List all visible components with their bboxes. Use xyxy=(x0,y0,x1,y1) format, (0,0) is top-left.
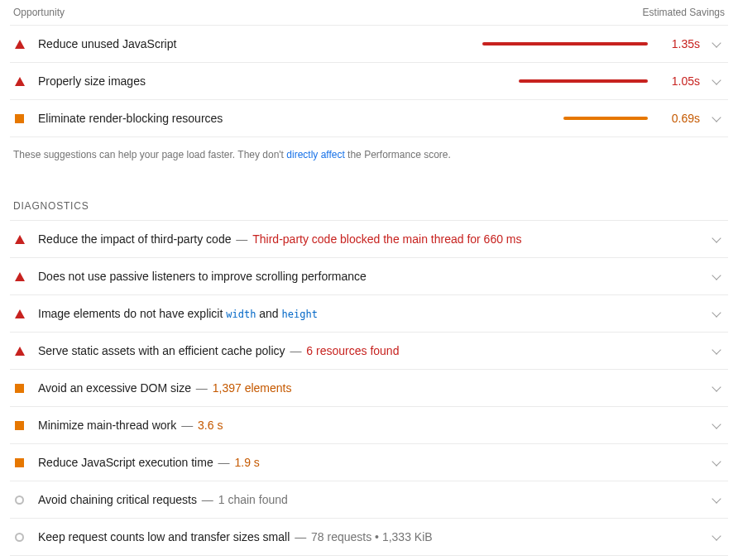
opportunity-title: Properly size images xyxy=(38,74,481,88)
savings-bar xyxy=(563,117,648,120)
opportunity-row[interactable]: Eliminate render-blocking resources0.69s xyxy=(10,100,728,137)
fail-triangle-icon xyxy=(15,309,25,318)
diagnostic-title: Does not use passive listeners to improv… xyxy=(38,270,700,283)
diagnostic-title-text: Avoid chaining critical requests xyxy=(38,493,197,506)
diagnostic-row[interactable]: Avoid an excessive DOM size — 1,397 elem… xyxy=(10,370,728,407)
diagnostic-title-text: Minimize main-thread work xyxy=(38,419,176,432)
chevron-down-icon xyxy=(712,270,721,280)
chevron-down-icon xyxy=(712,382,721,391)
chevron-down-icon xyxy=(712,457,721,466)
code-token: height xyxy=(282,309,318,320)
expand-toggle[interactable] xyxy=(700,535,723,539)
status-icon-cell xyxy=(15,309,38,318)
info-circle-icon xyxy=(15,533,24,542)
opportunities-list: Reduce unused JavaScript1.35sProperly si… xyxy=(10,25,728,137)
diagnostic-detail: 78 requests • 1,333 KiB xyxy=(311,530,433,543)
status-icon-cell xyxy=(15,272,38,281)
expand-toggle[interactable] xyxy=(700,424,723,428)
opportunity-row[interactable]: Properly size images1.05s xyxy=(10,63,728,100)
opportunity-title: Eliminate render-blocking resources xyxy=(38,112,481,125)
diagnostic-title-text: Reduce the impact of third-party code xyxy=(38,232,231,246)
diagnostic-row[interactable]: Does not use passive listeners to improv… xyxy=(10,258,728,295)
expand-toggle[interactable] xyxy=(700,117,723,121)
chevron-down-icon xyxy=(712,75,721,84)
chevron-down-icon xyxy=(712,112,721,122)
diagnostic-row[interactable]: Reduce the impact of third-party code — … xyxy=(10,221,728,258)
chevron-down-icon xyxy=(712,38,721,47)
expand-toggle[interactable] xyxy=(700,349,723,353)
chevron-down-icon xyxy=(712,494,721,503)
diagnostic-row[interactable]: Largest Contentful Paint element — 4,400… xyxy=(10,556,728,560)
fail-triangle-icon xyxy=(15,272,25,281)
fail-triangle-icon xyxy=(15,347,25,356)
status-icon-cell xyxy=(15,235,38,244)
opportunities-header: Opportunity Estimated Savings xyxy=(10,7,728,25)
diagnostic-detail: Third-party code blocked the main thread… xyxy=(252,232,521,246)
diagnostic-title: Serve static assets with an efficient ca… xyxy=(38,344,700,357)
status-icon-cell xyxy=(15,77,38,86)
header-opportunity: Opportunity xyxy=(13,7,65,18)
savings-bar-cell xyxy=(481,42,654,45)
chevron-down-icon xyxy=(712,345,721,354)
savings-bar xyxy=(519,79,648,83)
chevron-down-icon xyxy=(712,308,721,317)
diagnostic-detail: 6 resources found xyxy=(306,344,399,357)
fail-triangle-icon xyxy=(15,235,25,244)
diagnostic-row[interactable]: Serve static assets with an efficient ca… xyxy=(10,333,728,370)
savings-bar xyxy=(482,42,648,45)
expand-toggle[interactable] xyxy=(700,312,723,316)
diagnostic-title-text: Reduce JavaScript execution time xyxy=(38,456,213,469)
status-icon-cell xyxy=(15,421,38,430)
status-icon-cell xyxy=(15,495,38,505)
opportunity-title: Reduce unused JavaScript xyxy=(38,37,481,50)
diagnostic-title: Minimize main-thread work — 3.6 s xyxy=(38,419,700,432)
diagnostic-detail: 1,397 elements xyxy=(213,381,292,395)
diagnostic-row[interactable]: Reduce JavaScript execution time — 1.9 s xyxy=(10,444,728,481)
average-square-icon xyxy=(15,114,24,123)
diagnostic-row[interactable]: Avoid chaining critical requests — 1 cha… xyxy=(10,481,728,519)
dash-separator: — xyxy=(287,344,305,357)
diagnostic-row[interactable]: Minimize main-thread work — 3.6 s xyxy=(10,407,728,444)
info-circle-icon xyxy=(15,495,24,505)
expand-toggle[interactable] xyxy=(700,461,723,465)
opportunity-row[interactable]: Reduce unused JavaScript1.35s xyxy=(10,26,728,63)
savings-bar-cell xyxy=(481,117,654,120)
footnote-link[interactable]: directly affect xyxy=(286,149,344,160)
header-estimated-savings: Estimated Savings xyxy=(643,7,725,18)
diagnostic-title: Image elements do not have explicit widt… xyxy=(38,307,700,320)
status-icon-cell xyxy=(15,458,38,467)
fail-triangle-icon xyxy=(15,40,25,49)
savings-value: 0.69s xyxy=(654,112,700,125)
code-token: width xyxy=(226,309,256,320)
diagnostic-row[interactable]: Keep request counts low and transfer siz… xyxy=(10,519,728,556)
diagnostic-title: Avoid chaining critical requests — 1 cha… xyxy=(38,493,700,506)
chevron-down-icon xyxy=(712,531,721,540)
average-square-icon xyxy=(15,421,24,430)
diagnostic-title-text: Serve static assets with an efficient ca… xyxy=(38,344,285,357)
status-icon-cell xyxy=(15,533,38,542)
diagnostic-detail: 1.9 s xyxy=(234,456,259,469)
diagnostic-title-text: Avoid an excessive DOM size xyxy=(38,381,191,395)
diagnostic-title: Reduce JavaScript execution time — 1.9 s xyxy=(38,456,700,469)
footnote-post: the Performance score. xyxy=(345,149,451,160)
dash-separator: — xyxy=(178,419,196,432)
dash-separator: — xyxy=(193,381,211,395)
diagnostic-title-text: Does not use passive listeners to improv… xyxy=(38,270,367,283)
expand-toggle[interactable] xyxy=(700,42,723,46)
expand-toggle[interactable] xyxy=(700,275,723,279)
diagnostic-title-text: Image elements do not have explicit xyxy=(38,307,226,320)
chevron-down-icon xyxy=(712,419,721,428)
diagnostics-list: Reduce the impact of third-party code — … xyxy=(10,220,728,560)
expand-toggle[interactable] xyxy=(700,386,723,390)
average-square-icon xyxy=(15,458,24,467)
diagnostic-row[interactable]: Image elements do not have explicit widt… xyxy=(10,295,728,333)
savings-value: 1.35s xyxy=(654,37,700,50)
expand-toggle[interactable] xyxy=(700,237,723,242)
savings-value: 1.05s xyxy=(654,74,700,88)
average-square-icon xyxy=(15,384,24,393)
status-icon-cell xyxy=(15,384,38,393)
diagnostic-detail: 1 chain found xyxy=(218,493,288,506)
expand-toggle[interactable] xyxy=(700,79,723,84)
opportunities-footnote: These suggestions can help your page loa… xyxy=(10,137,728,160)
expand-toggle[interactable] xyxy=(700,498,723,502)
